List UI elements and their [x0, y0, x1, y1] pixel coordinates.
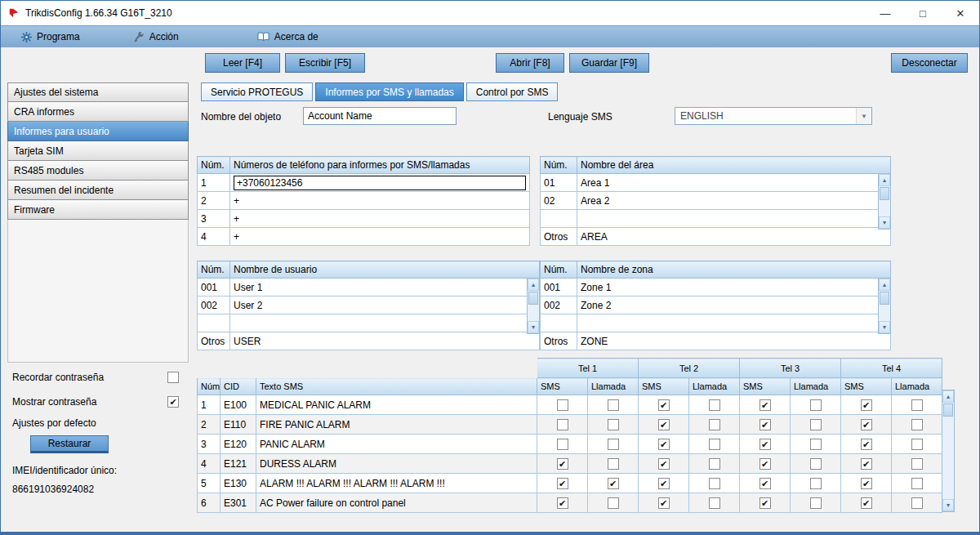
- checkbox-checked[interactable]: ✔: [861, 478, 872, 489]
- read-button[interactable]: Leer [F4]: [205, 53, 280, 73]
- checkbox-unchecked[interactable]: [557, 439, 568, 450]
- scroll-down-icon[interactable]: ▼: [879, 216, 890, 229]
- row-value-cell[interactable]: +: [230, 228, 530, 246]
- event-text-cell[interactable]: ALARM !!! ALARM !!! ALARM !!! ALARM !!!: [256, 474, 537, 493]
- checkbox-checked[interactable]: ✔: [658, 419, 670, 430]
- zones-scrollbar[interactable]: ▲ ▼: [878, 278, 891, 334]
- close-icon[interactable]: ✕: [942, 1, 979, 25]
- checkbox-checked[interactable]: ✔: [861, 497, 872, 509]
- event-text-cell[interactable]: DURESS ALARM: [256, 454, 537, 474]
- scroll-thumb[interactable]: [880, 187, 889, 200]
- row-value-cell[interactable]: +37060123456: [230, 174, 530, 192]
- checkbox-checked[interactable]: ✔: [861, 419, 872, 430]
- checkbox-unchecked[interactable]: [911, 419, 923, 430]
- write-button[interactable]: Escribir [F5]: [285, 53, 365, 73]
- checkbox-checked[interactable]: ✔: [760, 458, 771, 470]
- checkbox-checked[interactable]: ✔: [557, 478, 568, 489]
- phone-number-input[interactable]: +37060123456: [234, 176, 526, 190]
- menu-accion[interactable]: Acción: [123, 26, 189, 47]
- scroll-thumb[interactable]: [880, 292, 889, 305]
- checkbox-unchecked[interactable]: [810, 458, 822, 470]
- checkbox-checked[interactable]: ✔: [658, 497, 670, 509]
- checkbox-unchecked[interactable]: [911, 439, 923, 450]
- tab-servicio-protegus[interactable]: Servicio PROTEGUS: [201, 82, 313, 101]
- checkbox-checked[interactable]: ✔: [608, 478, 619, 489]
- menu-programa[interactable]: Programa: [11, 26, 91, 47]
- scroll-track[interactable]: [942, 403, 954, 499]
- scroll-thumb[interactable]: [943, 403, 953, 417]
- row-value-cell[interactable]: Area 1: [577, 174, 891, 192]
- checkbox-checked[interactable]: ✔: [861, 458, 872, 470]
- scroll-up-icon[interactable]: ▲: [528, 279, 539, 291]
- checkbox-unchecked[interactable]: [911, 458, 923, 470]
- object-name-input[interactable]: Account Name: [303, 107, 457, 125]
- row-value-cell[interactable]: Area 2: [577, 192, 891, 210]
- row-value-cell[interactable]: [577, 314, 891, 332]
- checkbox-checked[interactable]: ✔: [658, 458, 670, 470]
- checkbox-unchecked[interactable]: [608, 399, 619, 411]
- save-button[interactable]: Guardar [F9]: [569, 53, 649, 73]
- row-value-cell[interactable]: User 2: [230, 296, 540, 314]
- checkbox-unchecked[interactable]: [557, 399, 568, 411]
- disconnect-button[interactable]: Desconectar: [891, 53, 968, 73]
- row-value-cell[interactable]: +: [230, 192, 530, 210]
- sidebar-item-firmware[interactable]: Firmware: [7, 200, 189, 220]
- scroll-track[interactable]: [879, 291, 890, 321]
- sidebar-item-ajustes-del-sistema[interactable]: Ajustes del sistema: [7, 82, 189, 102]
- restore-button[interactable]: Restaurar: [30, 435, 109, 453]
- checkbox-unchecked[interactable]: [608, 458, 619, 470]
- checkbox-unchecked[interactable]: [810, 419, 822, 430]
- scroll-down-icon[interactable]: ▼: [879, 321, 890, 333]
- scroll-up-icon[interactable]: ▲: [879, 174, 890, 186]
- event-text-cell[interactable]: PANIC ALARM: [256, 435, 537, 454]
- row-value-cell[interactable]: Zone 2: [577, 296, 891, 314]
- checkbox-unchecked[interactable]: [709, 478, 720, 489]
- checkbox-unchecked[interactable]: [810, 478, 822, 489]
- row-value-cell[interactable]: Zone 1: [577, 279, 891, 296]
- scroll-track[interactable]: [528, 291, 539, 321]
- row-value-cell[interactable]: [577, 210, 891, 228]
- open-button[interactable]: Abrir [F8]: [496, 53, 564, 73]
- sidebar-item-resumen-del-incidente[interactable]: Resumen del incidente: [7, 181, 189, 200]
- checkbox-checked[interactable]: ✔: [861, 439, 872, 450]
- users-other-value[interactable]: USER: [230, 332, 540, 350]
- minimize-icon[interactable]: —: [866, 1, 904, 25]
- sidebar-item-rs485-modules[interactable]: RS485 modules: [7, 161, 189, 181]
- checkbox-unchecked[interactable]: [911, 399, 923, 411]
- checkbox-checked[interactable]: ✔: [760, 399, 771, 411]
- row-value-cell[interactable]: [230, 314, 540, 332]
- chevron-down-icon[interactable]: ▼: [856, 108, 871, 124]
- row-value-cell[interactable]: User 1: [230, 279, 540, 296]
- checkbox-unchecked[interactable]: [709, 439, 720, 450]
- checkbox-unchecked[interactable]: [608, 419, 619, 430]
- event-text-cell[interactable]: FIRE PANIC ALARM: [256, 415, 537, 435]
- checkbox-unchecked[interactable]: [810, 439, 822, 450]
- checkbox-unchecked[interactable]: [810, 497, 822, 509]
- event-text-cell[interactable]: AC Power failure on control panel: [256, 493, 537, 513]
- scroll-track[interactable]: [879, 186, 890, 216]
- areas-other-value[interactable]: AREA: [577, 228, 891, 246]
- remember-password-checkbox[interactable]: [167, 372, 179, 383]
- zones-other-value[interactable]: ZONE: [577, 332, 891, 350]
- areas-scrollbar[interactable]: ▲ ▼: [878, 173, 891, 230]
- event-text-cell[interactable]: MEDICAL PANIC ALARM: [256, 395, 537, 415]
- tab-control-por-sms[interactable]: Control por SMS: [466, 82, 559, 101]
- checkbox-unchecked[interactable]: [709, 399, 720, 411]
- checkbox-unchecked[interactable]: [709, 497, 720, 509]
- scroll-up-icon[interactable]: ▲: [879, 279, 890, 291]
- menu-acerca-de[interactable]: Acerca de: [247, 26, 329, 47]
- scroll-down-icon[interactable]: ▼: [942, 499, 954, 511]
- users-scrollbar[interactable]: ▲ ▼: [527, 278, 540, 334]
- checkbox-unchecked[interactable]: [709, 419, 720, 430]
- scroll-down-icon[interactable]: ▼: [528, 321, 539, 333]
- checkbox-unchecked[interactable]: [810, 399, 822, 411]
- checkbox-unchecked[interactable]: [911, 478, 923, 489]
- sidebar-item-tarjeta-sim[interactable]: Tarjeta SIM: [7, 141, 189, 161]
- scroll-up-icon[interactable]: ▲: [942, 390, 954, 403]
- tab-informes-por-sms-y-llamadas[interactable]: Informes por SMS y llamadas: [315, 82, 463, 101]
- checkbox-unchecked[interactable]: [557, 419, 568, 430]
- scroll-thumb[interactable]: [528, 292, 538, 305]
- checkbox-unchecked[interactable]: [911, 497, 923, 509]
- checkbox-checked[interactable]: ✔: [557, 497, 568, 509]
- show-password-checkbox[interactable]: ✔: [167, 396, 179, 408]
